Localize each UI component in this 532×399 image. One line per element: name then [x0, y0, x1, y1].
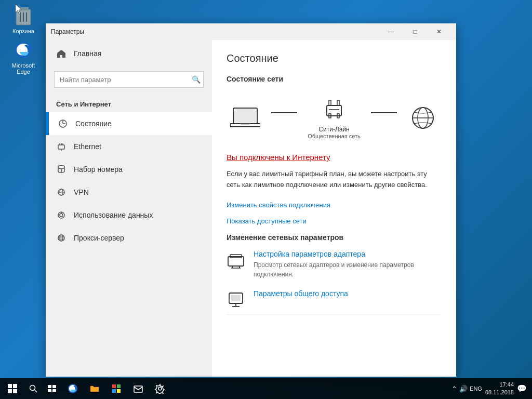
notification-icon[interactable]: 💬	[517, 384, 527, 393]
main-content: Состояние Состояние сети	[212, 40, 456, 377]
vpn-label: VPN	[74, 188, 89, 196]
svg-rect-9	[58, 145, 64, 149]
svg-rect-59	[112, 384, 116, 388]
taskbar-clock[interactable]: 17:44 08.11.2018	[485, 381, 514, 397]
taskbar-store-icon[interactable]	[106, 378, 127, 399]
sidebar-home-item[interactable]: Главная	[46, 40, 212, 67]
search-input[interactable]	[54, 71, 204, 88]
svg-rect-61	[112, 389, 116, 393]
sharing-title[interactable]: Параметры общего доступа	[254, 289, 348, 298]
tray-icons: ⌃ 🔊 ENG	[451, 385, 482, 393]
window-controls: — □ ✕	[379, 23, 451, 40]
sidebar-item-dialup[interactable]: Набор номера	[46, 158, 212, 181]
recycle-bin-label: Корзина	[12, 28, 34, 34]
change-properties-link[interactable]: Изменить свойства подключения	[227, 201, 442, 209]
sharing-info: Параметры общего доступа	[254, 289, 348, 300]
start-button[interactable]	[0, 378, 25, 399]
dialup-icon	[56, 164, 66, 175]
window-titlebar: Параметры — □ ✕	[46, 23, 456, 40]
svg-rect-32	[337, 100, 339, 105]
sidebar-item-data-usage[interactable]: Использование данных	[46, 204, 212, 227]
taskbar-search-button[interactable]	[25, 378, 42, 399]
taskbar-mail-icon[interactable]	[128, 378, 149, 399]
ethernet-icon	[56, 141, 66, 152]
proxy-label: Прокси-сервер	[74, 234, 124, 242]
network-line-2	[371, 112, 397, 113]
edge-icon[interactable]: Microsoft Edge	[5, 39, 42, 75]
search-box: 🔍	[54, 71, 204, 88]
clock-time: 17:44	[485, 381, 514, 389]
svg-point-52	[30, 385, 35, 391]
taskbar-explorer-icon[interactable]	[84, 378, 105, 399]
search-icon: 🔍	[192, 75, 201, 84]
svg-rect-27	[234, 109, 256, 123]
svg-rect-62	[117, 389, 121, 393]
svg-rect-29	[241, 124, 250, 125]
laptop-icon	[230, 105, 261, 131]
home-icon	[56, 48, 66, 59]
adapter-desc: Просмотр сетевых адаптеров и изменение п…	[254, 260, 441, 279]
network-status-title: Состояние сети	[227, 75, 442, 83]
svg-rect-55	[52, 385, 56, 388]
close-button[interactable]: ✕	[427, 23, 451, 40]
desktop-icons-container: Корзина Microsoft Edge	[5, 5, 42, 75]
change-settings-title: Изменение сетевых параметров	[227, 233, 442, 242]
svg-rect-54	[48, 385, 51, 388]
svg-point-64	[158, 387, 162, 390]
home-label: Главная	[74, 49, 101, 58]
svg-rect-50	[8, 389, 12, 393]
status-label: Состояние	[75, 119, 112, 128]
taskbar-settings-icon[interactable]	[150, 378, 170, 399]
router-node: Сити-Лайн Общественная сеть	[308, 97, 361, 139]
svg-rect-47	[231, 295, 241, 301]
network-provider-label: Сити-Лайн Общественная сеть	[308, 126, 361, 139]
tray-network-icon[interactable]: ⌃	[451, 385, 457, 393]
svg-rect-40	[230, 255, 242, 258]
svg-rect-60	[117, 384, 121, 388]
adapter-title[interactable]: Настройка параметров адаптера	[254, 250, 441, 258]
sidebar-item-status[interactable]: Состояние	[46, 112, 212, 135]
taskbar-items	[62, 378, 451, 399]
connected-status-text: Вы подключены к Интернету	[227, 153, 442, 162]
connection-description: Если у вас лимитный тарифный план, вы мо…	[227, 169, 442, 191]
proxy-icon	[56, 233, 66, 243]
svg-line-53	[35, 390, 37, 393]
recycle-bin-icon[interactable]: Корзина	[5, 5, 42, 34]
sharing-icon	[227, 290, 245, 309]
sidebar-item-ethernet[interactable]: Ethernet	[46, 135, 212, 158]
ethernet-label: Ethernet	[74, 142, 101, 151]
clock-date: 08.11.2018	[485, 389, 514, 396]
svg-rect-63	[134, 386, 142, 392]
dialup-label: Набор номера	[74, 165, 123, 174]
adapter-settings-section: Настройка параметров адаптера Просмотр с…	[227, 250, 442, 279]
svg-rect-1	[18, 7, 29, 10]
sidebar-item-vpn[interactable]: VPN	[46, 181, 212, 204]
data-usage-label: Использование данных	[74, 211, 153, 219]
status-icon	[58, 118, 68, 129]
page-title: Состояние	[227, 52, 442, 64]
edge-image	[13, 39, 34, 60]
show-networks-link[interactable]: Показать доступные сети	[227, 217, 442, 225]
taskbar: ⌃ 🔊 ENG 17:44 08.11.2018 💬	[0, 378, 532, 399]
svg-rect-48	[8, 384, 12, 388]
recycle-bin-image	[13, 5, 34, 26]
router-icon	[318, 97, 350, 123]
globe-node	[407, 105, 438, 131]
maximize-button[interactable]: □	[403, 23, 427, 40]
svg-rect-51	[13, 389, 17, 393]
globe-icon	[407, 105, 438, 131]
adapter-settings-icon	[227, 251, 245, 270]
window-body: Главная 🔍 Сеть и Интернет	[46, 40, 456, 377]
taskbar-edge-icon[interactable]	[62, 378, 83, 399]
adapter-info: Настройка параметров адаптера Просмотр с…	[254, 250, 441, 279]
svg-rect-56	[48, 389, 51, 392]
minimize-button[interactable]: —	[379, 23, 403, 40]
sidebar-item-proxy[interactable]: Прокси-сервер	[46, 227, 212, 249]
sidebar-nav: Состояние Ethe	[46, 112, 212, 249]
tray-lang-label[interactable]: ENG	[470, 385, 482, 392]
tray-speaker-icon[interactable]: 🔊	[459, 385, 468, 393]
task-view-button[interactable]	[42, 378, 62, 399]
svg-rect-31	[329, 100, 331, 105]
data-usage-icon	[56, 210, 66, 220]
vpn-icon	[56, 187, 66, 197]
